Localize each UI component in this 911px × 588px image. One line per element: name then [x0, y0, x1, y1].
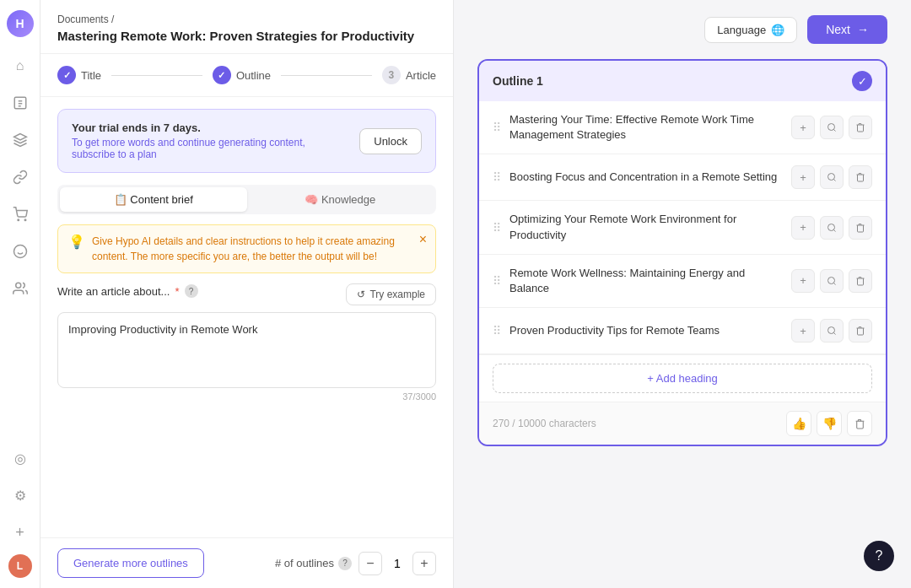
outline-item: ⠿ Mastering Your Time: Effective Remote … — [479, 101, 886, 154]
search-button[interactable] — [820, 216, 844, 240]
search-button[interactable] — [820, 319, 844, 343]
sidebar-item-layers[interactable] — [5, 125, 35, 155]
sidebar-item-cart[interactable] — [5, 199, 35, 229]
sidebar-item-people[interactable] — [5, 273, 35, 304]
outline-item-actions: + — [791, 319, 872, 343]
thumbs-down-button[interactable]: 👎 — [817, 411, 842, 436]
try-example-label: Try example — [369, 289, 425, 300]
next-label: Next — [826, 23, 850, 36]
sidebar-item-links[interactable] — [5, 162, 35, 192]
sidebar-item-settings[interactable]: ⚙ — [5, 480, 35, 510]
outline-item-actions: + — [791, 216, 872, 240]
svg-point-2 — [24, 219, 26, 221]
write-section: Write an article about... * ? ↺ Try exam… — [40, 283, 453, 537]
add-subitem-button[interactable]: + — [791, 319, 815, 343]
sidebar-item-add[interactable]: + — [5, 517, 35, 548]
trial-text: Your trial ends in 7 days. To get more w… — [72, 121, 349, 160]
delete-button[interactable] — [849, 216, 872, 240]
svg-point-9 — [828, 224, 835, 230]
drag-handle-icon[interactable]: ⠿ — [493, 274, 501, 288]
add-heading-button[interactable]: + Add heading — [493, 364, 872, 393]
char-count: 37/3000 — [57, 391, 436, 402]
breadcrumb-parent[interactable]: Documents — [57, 13, 109, 25]
language-label: Language — [717, 24, 766, 36]
outline-item-text: Proven Productivity Tips for Remote Team… — [509, 323, 783, 338]
delete-outline-button[interactable] — [847, 411, 872, 436]
outline-item-text: Remote Work Wellness: Maintaining Energy… — [509, 266, 783, 296]
breadcrumb-separator: / — [111, 13, 114, 25]
char-info: 270 / 10000 characters — [493, 418, 596, 429]
sidebar-item-home[interactable]: ⌂ — [5, 51, 35, 81]
drag-handle-icon[interactable]: ⠿ — [493, 170, 501, 184]
outline-title: Outline 1 — [493, 74, 543, 88]
search-button[interactable] — [820, 116, 844, 139]
app-logo[interactable]: H — [7, 10, 34, 37]
outline-item-text: Optimizing Your Remote Work Environment … — [509, 212, 783, 242]
svg-point-8 — [828, 174, 835, 181]
outlines-info-icon[interactable]: ? — [338, 557, 352, 570]
sidebar-item-circle[interactable]: ◎ — [5, 443, 35, 473]
thumbs-up-button[interactable]: 👍 — [786, 411, 811, 436]
outline-item-actions: + — [791, 269, 872, 293]
drag-handle-icon[interactable]: ⠿ — [493, 221, 501, 235]
required-marker: * — [175, 285, 179, 298]
write-info-icon[interactable]: ? — [185, 284, 198, 298]
search-button[interactable] — [820, 269, 844, 293]
svg-point-1 — [18, 219, 19, 221]
help-button[interactable]: ? — [864, 541, 894, 571]
svg-point-7 — [828, 124, 835, 131]
tip-close-button[interactable]: × — [419, 232, 427, 247]
tip-icon: 💡 — [68, 234, 85, 250]
sidebar-item-emoji[interactable] — [5, 236, 35, 267]
delete-button[interactable] — [849, 269, 872, 293]
outline-item: ⠿ Optimizing Your Remote Work Environmen… — [479, 201, 886, 254]
outline-item: ⠿ Proven Productivity Tips for Remote Te… — [479, 308, 886, 354]
outline-item-text: Mastering Your Time: Effective Remote Wo… — [509, 112, 783, 143]
language-button[interactable]: Language 🌐 — [704, 17, 797, 43]
next-button[interactable]: Next → — [807, 15, 887, 44]
outline-item: ⠿ Remote Work Wellness: Maintaining Ener… — [479, 255, 886, 308]
search-button[interactable] — [820, 165, 844, 189]
bottom-bar: Generate more outlines # of outlines ? −… — [40, 537, 453, 588]
unlock-button[interactable]: Unlock — [359, 128, 422, 154]
outline-card: Outline 1 ✓ ⠿ Mastering Your Time: Effec… — [477, 59, 887, 446]
decrement-button[interactable]: − — [358, 552, 382, 575]
svg-point-6 — [15, 283, 20, 288]
tab-knowledge[interactable]: 🧠 Knowledge — [247, 187, 434, 212]
add-subitem-button[interactable]: + — [791, 116, 815, 139]
tab-content-brief[interactable]: 📋 Content brief — [60, 187, 247, 212]
stepper: ✓ Title ✓ Outline 3 Article — [40, 54, 453, 97]
trial-banner: Your trial ends in 7 days. To get more w… — [57, 109, 436, 173]
increment-button[interactable]: + — [412, 552, 436, 575]
step-title-label: Title — [81, 69, 101, 82]
user-avatar[interactable]: L — [8, 554, 32, 578]
step-outline: ✓ Outline — [213, 66, 271, 84]
document-title: Mastering Remote Work: Proven Strategies… — [57, 29, 436, 43]
drag-handle-icon[interactable]: ⠿ — [493, 324, 501, 337]
outline-card-header: Outline 1 ✓ — [479, 61, 886, 101]
outline-item-text: Boosting Focus and Concentration in a Re… — [509, 170, 783, 185]
delete-button[interactable] — [849, 319, 872, 343]
add-subitem-button[interactable]: + — [791, 269, 815, 293]
delete-button[interactable] — [849, 116, 872, 139]
sidebar-item-documents[interactable] — [5, 88, 35, 118]
step-title-circle: ✓ — [57, 66, 76, 84]
outline-count-value: 1 — [389, 557, 406, 570]
generate-outlines-button[interactable]: Generate more outlines — [57, 548, 204, 578]
outline-check-icon[interactable]: ✓ — [852, 71, 872, 91]
delete-button[interactable] — [849, 165, 872, 189]
step-outline-circle: ✓ — [213, 66, 231, 84]
article-topic-input[interactable]: Improving Productivity in Remote Work — [57, 312, 436, 388]
try-example-icon: ↺ — [357, 289, 365, 300]
logo-letter: H — [15, 17, 24, 30]
outline-item-actions: + — [791, 116, 872, 139]
svg-point-10 — [828, 277, 835, 283]
drag-handle-icon[interactable]: ⠿ — [493, 121, 501, 134]
outline-card-footer: 270 / 10000 characters 👍 👎 — [479, 402, 886, 445]
add-subitem-button[interactable]: + — [791, 216, 815, 240]
svg-point-11 — [828, 327, 835, 334]
try-example-button[interactable]: ↺ Try example — [346, 283, 436, 305]
add-subitem-button[interactable]: + — [791, 165, 815, 189]
outlines-label-text: # of outlines — [275, 557, 334, 569]
outline-item-actions: + — [791, 165, 872, 189]
